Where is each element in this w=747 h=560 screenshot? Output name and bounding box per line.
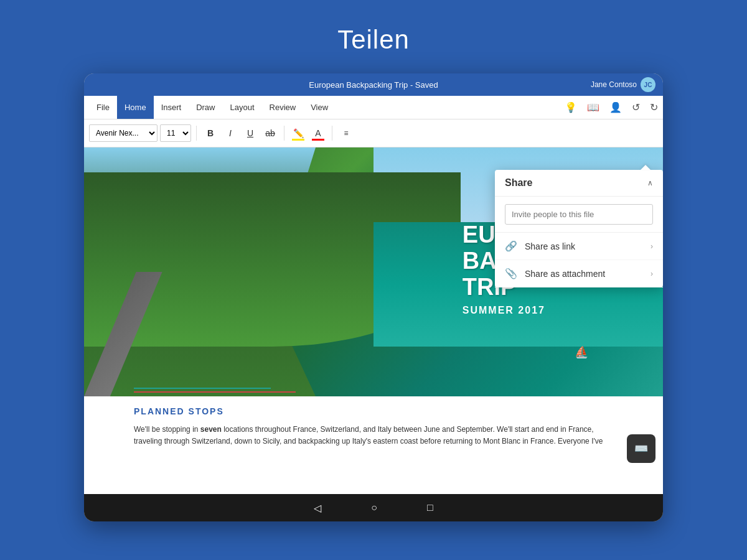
highlight-color-bar <box>292 139 304 141</box>
user-info: Jane Contoso JC <box>591 77 655 92</box>
redo-icon[interactable]: ↻ <box>650 101 658 113</box>
separator-2 <box>284 126 284 141</box>
bullets-icon: ≡ <box>344 129 348 138</box>
share-as-link-item[interactable]: 🔗 Share as link › <box>495 233 663 260</box>
teal-line <box>134 388 271 389</box>
lightbulb-icon[interactable]: 💡 <box>565 101 577 113</box>
ribbon-tabs: File Home Insert Draw Layout Review View… <box>84 96 663 119</box>
user-name: Jane Contoso <box>591 80 637 89</box>
document-text-area: PLANNED STOPS We'll be stopping in seven… <box>84 396 663 460</box>
font-color-icon: A <box>315 128 321 138</box>
ribbon-tools: Avenir Nex... 11 B I U ab ✏️ A <box>84 119 663 147</box>
red-line <box>134 391 296 393</box>
nav-home-button[interactable]: ○ <box>371 502 377 513</box>
title-bar: European Backpacking Trip - Saved Jane C… <box>84 73 663 96</box>
share-close-button[interactable]: ∧ <box>647 179 653 187</box>
share-panel: Share ∧ 🔗 Share as link › 📎 Share as att… <box>495 170 663 287</box>
share-panel-connector <box>641 165 651 170</box>
italic-button[interactable]: I <box>222 124 239 142</box>
page-title: Teilen <box>337 25 410 55</box>
keyboard-fab[interactable]: ⌨️ <box>627 434 655 463</box>
share-link-label: Share as link <box>525 241 651 251</box>
share-icon[interactable]: 👤 <box>609 101 622 113</box>
tab-insert[interactable]: Insert <box>154 96 189 119</box>
hero-subtitle: SUMMER 2017 <box>463 305 638 316</box>
body-text: We'll be stopping in seven locations thr… <box>134 424 613 447</box>
highlight-icon: ✏️ <box>293 128 304 138</box>
tab-home[interactable]: Home <box>117 96 154 119</box>
share-panel-header: Share ∧ <box>495 170 663 197</box>
font-selector[interactable]: Avenir Nex... <box>89 124 157 142</box>
share-input-row <box>495 197 663 233</box>
avatar: JC <box>641 77 655 92</box>
undo-icon[interactable]: ↺ <box>632 101 640 113</box>
share-as-attachment-item[interactable]: 📎 Share as attachment › <box>495 260 663 287</box>
document-title: European Backpacking Trip - Saved <box>309 80 438 90</box>
highlight-button[interactable]: ✏️ <box>289 124 307 142</box>
book-icon[interactable]: 📖 <box>587 101 599 113</box>
tab-layout[interactable]: Layout <box>223 96 262 119</box>
tablet-frame: European Backpacking Trip - Saved Jane C… <box>84 73 663 521</box>
bullets-button[interactable]: ≡ <box>337 124 355 142</box>
sailboat-icon: ⛵ <box>575 345 588 359</box>
share-invite-input[interactable] <box>505 204 653 225</box>
ribbon: File Home Insert Draw Layout Review View… <box>84 96 663 147</box>
bottom-nav: ◁ ○ □ <box>84 494 663 521</box>
share-attachment-icon: 📎 <box>505 268 517 279</box>
share-attachment-label: Share as attachment <box>525 269 651 279</box>
underline-button[interactable]: U <box>242 124 259 142</box>
font-color-button[interactable]: A <box>309 124 327 142</box>
share-attachment-arrow: › <box>651 269 653 278</box>
document-area: EUROPEAN BACKPACKING TRIP SUMMER 2017 ⛵ … <box>84 147 663 494</box>
share-panel-title: Share <box>505 177 532 189</box>
separator-1 <box>196 126 197 141</box>
bold-button[interactable]: B <box>202 124 219 142</box>
tab-draw[interactable]: Draw <box>189 96 222 119</box>
share-link-icon: 🔗 <box>505 240 517 252</box>
tab-file[interactable]: File <box>89 96 117 119</box>
separator-3 <box>332 126 332 141</box>
share-link-arrow: › <box>651 242 653 251</box>
tab-view[interactable]: View <box>303 96 336 119</box>
strikethrough-button[interactable]: ab <box>261 124 279 142</box>
nav-back-button[interactable]: ◁ <box>314 502 321 514</box>
section-title: PLANNED STOPS <box>134 406 613 416</box>
font-size-selector[interactable]: 11 <box>160 124 191 142</box>
font-color-bar <box>312 139 324 141</box>
ribbon-right-icons: 💡 📖 👤 ↺ ↻ <box>565 101 658 113</box>
word-app: European Backpacking Trip - Saved Jane C… <box>84 73 663 521</box>
decorative-lines <box>84 384 663 396</box>
nav-recent-button[interactable]: □ <box>427 502 433 513</box>
tab-review[interactable]: Review <box>262 96 304 119</box>
